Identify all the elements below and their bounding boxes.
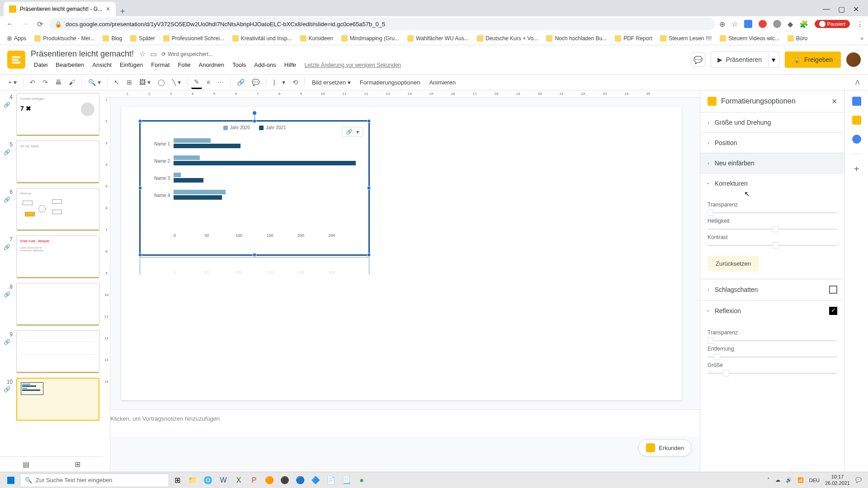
paint-format-button[interactable]: 🖌: [66, 76, 78, 88]
spotify-icon[interactable]: ●: [354, 474, 369, 487]
extension-icon[interactable]: [773, 20, 781, 28]
keep-icon[interactable]: [852, 116, 861, 125]
section-position[interactable]: › Position: [700, 133, 844, 153]
crop-button[interactable]: ⌋: [270, 76, 278, 88]
slide-canvas[interactable]: 🔗 ▾ Jahr 2020 Jahr 2021 Name 1Name 2Name…: [121, 107, 682, 400]
slide-thumbnail[interactable]: Ich bin Team!: [16, 141, 99, 183]
menu-format[interactable]: Format: [148, 60, 173, 70]
move-icon[interactable]: ▭: [150, 50, 157, 58]
slide-thumbnail[interactable]: Formen einfügen7 ✖: [16, 93, 99, 136]
obs-icon[interactable]: ⚫: [278, 474, 292, 487]
browser-menu-icon[interactable]: ⋮: [856, 20, 863, 28]
section-reflection[interactable]: › Reflexion: [700, 300, 844, 321]
section-drop-shadow[interactable]: › Schlagschatten: [700, 279, 844, 300]
chart-object[interactable]: 🔗 ▾ Jahr 2020 Jahr 2021 Name 1Name 2Name…: [139, 120, 370, 256]
apps-bookmark[interactable]: ⊞Apps: [5, 34, 29, 43]
explorer-icon[interactable]: 📁: [185, 474, 200, 487]
present-button[interactable]: ▶ Präsentieren: [711, 52, 769, 68]
star-icon[interactable]: ☆: [731, 20, 738, 28]
mask-button[interactable]: ▾: [279, 76, 288, 88]
menu-tools[interactable]: Tools: [229, 60, 249, 70]
calendar-icon[interactable]: [852, 97, 861, 106]
minimize-icon[interactable]: ―: [823, 5, 830, 14]
grid-view-icon[interactable]: ⊞: [75, 460, 80, 469]
format-options-button[interactable]: Formatierungsoptionen: [356, 77, 424, 88]
menu-edit[interactable]: Bearbeiten: [52, 60, 87, 70]
app-icon[interactable]: 🟠: [262, 474, 277, 487]
extensions-menu-icon[interactable]: 🧩: [799, 20, 808, 28]
link-button[interactable]: 🔗: [234, 76, 247, 88]
comments-button[interactable]: 💬: [691, 52, 705, 67]
back-icon[interactable]: ←: [5, 18, 15, 30]
url-input[interactable]: 🔒 docs.google.com/presentation/d/1yV372S…: [49, 18, 715, 30]
explore-button[interactable]: Erkunden: [638, 439, 692, 456]
image-tool[interactable]: 🖼 ▾: [137, 76, 153, 88]
bookmark-item[interactable]: Steuern Videos wic...: [717, 34, 782, 43]
excel-icon[interactable]: X: [231, 474, 246, 487]
reload-icon[interactable]: ⟳: [35, 18, 45, 30]
bookmark-item[interactable]: Wahlfächer WU Aus...: [405, 34, 472, 43]
comment-button[interactable]: 💬: [249, 76, 262, 88]
forward-icon[interactable]: →: [20, 18, 31, 30]
bookmark-item[interactable]: PDF Report: [612, 34, 655, 43]
menu-view[interactable]: Ansicht: [89, 60, 115, 70]
powerpoint-icon[interactable]: P: [247, 474, 261, 487]
bookmark-item[interactable]: Noch hochladen Bu...: [543, 34, 609, 43]
app-icon[interactable]: 📃: [339, 474, 354, 487]
print-button[interactable]: 🖶: [52, 76, 64, 88]
tab-close-icon[interactable]: ✕: [106, 6, 110, 12]
bookmark-item[interactable]: Steuern Lesen !!!!: [657, 34, 714, 43]
section-adjustments[interactable]: › Korrekturen: [700, 174, 844, 193]
slide-thumbnail[interactable]: [16, 283, 99, 326]
extension-icon[interactable]: [759, 20, 767, 28]
tasks-icon[interactable]: [852, 135, 861, 144]
select-tool[interactable]: ↖: [111, 76, 122, 88]
bookmark-item[interactable]: Professionell Schrei...: [160, 34, 227, 43]
collapse-toolbar-icon[interactable]: ᐱ: [853, 76, 863, 88]
edge-icon[interactable]: 🌐: [201, 474, 215, 487]
task-view-icon[interactable]: ⊞: [170, 474, 184, 487]
drop-shadow-checkbox[interactable]: [829, 286, 837, 294]
reflection-transparency-slider[interactable]: [708, 340, 837, 341]
close-sidebar-icon[interactable]: ✕: [831, 97, 837, 106]
zoom-icon[interactable]: ⊕: [719, 20, 725, 28]
replace-image-button[interactable]: Bild ersetzen ▾: [308, 77, 354, 88]
new-slide-button[interactable]: + ▾: [5, 76, 19, 88]
bookmark-item[interactable]: Mindmapping (Gru...: [339, 34, 402, 43]
slide-thumbnail-active[interactable]: [16, 378, 99, 421]
textbox-tool[interactable]: ⊞: [124, 76, 135, 88]
volume-icon[interactable]: 🔊: [786, 477, 792, 483]
section-recolor[interactable]: › Neu einfärben: [700, 153, 844, 173]
contrast-slider[interactable]: [708, 245, 837, 246]
filmstrip-view-icon[interactable]: ▤: [23, 460, 29, 469]
bookmark-item[interactable]: Später: [127, 34, 157, 43]
reset-image-button[interactable]: ⟲: [290, 76, 301, 88]
menu-addons[interactable]: Add-ons: [251, 60, 279, 70]
line-tool[interactable]: ╲ ▾: [170, 76, 184, 88]
bookmark-item[interactable]: Blog: [100, 34, 125, 43]
reset-button[interactable]: Zurücksetzen: [708, 256, 759, 272]
word-icon[interactable]: W: [216, 474, 231, 487]
taskbar-search[interactable]: 🔍 Zur Suche Text hier eingeben: [20, 474, 169, 487]
border-weight-button[interactable]: ≡: [204, 76, 213, 88]
reflection-checkbox[interactable]: [829, 307, 837, 315]
shape-tool[interactable]: ◯: [155, 76, 168, 88]
undo-button[interactable]: ↶: [27, 76, 38, 88]
menu-insert[interactable]: Einfügen: [117, 60, 146, 70]
app-icon[interactable]: 📄: [324, 474, 338, 487]
chrome-icon[interactable]: 🔵: [293, 474, 307, 487]
transparency-slider[interactable]: [708, 212, 837, 213]
menu-file[interactable]: Datei: [31, 60, 51, 70]
add-addon-icon[interactable]: +: [854, 164, 859, 174]
maximize-icon[interactable]: ▢: [838, 5, 845, 14]
border-color-button[interactable]: ✎: [191, 76, 202, 89]
reflection-size-slider[interactable]: [708, 373, 837, 374]
extension-icon[interactable]: [744, 20, 752, 28]
star-icon[interactable]: ☆: [139, 50, 146, 58]
slide-thumbnail[interactable]: [16, 330, 99, 373]
clock[interactable]: 10:17 26.02.2021: [825, 474, 850, 486]
reflection-distance-slider[interactable]: [708, 357, 837, 357]
redo-button[interactable]: ↷: [40, 76, 51, 88]
speaker-notes[interactable]: Klicken, um Vortragsnotizen hinzuzufügen: [103, 409, 700, 436]
slide-thumbnail[interactable]: Erste Folie - BeispielLorem ipsum dolor …: [16, 235, 99, 278]
